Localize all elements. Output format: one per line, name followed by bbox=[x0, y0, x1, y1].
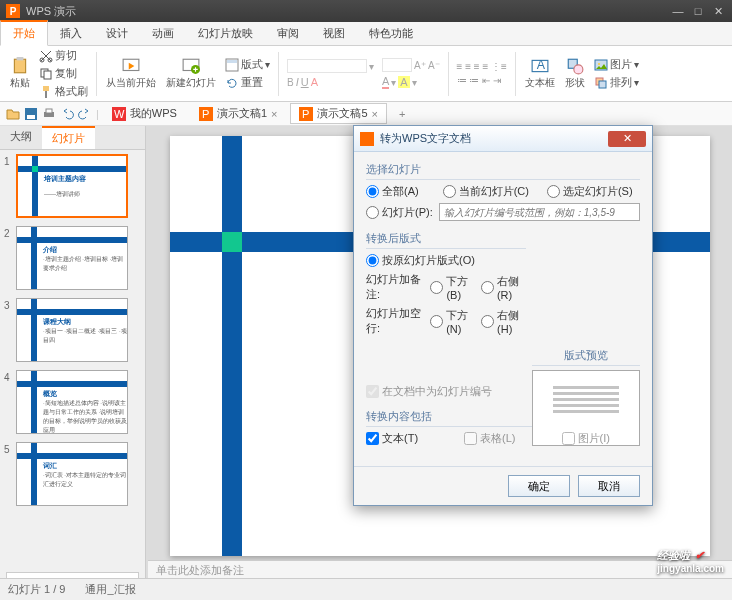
tab-insert[interactable]: 插入 bbox=[48, 22, 94, 45]
check-image[interactable]: 图片(I) bbox=[562, 431, 610, 446]
radio-orig-layout[interactable]: 按原幻灯片版式(O) bbox=[366, 253, 475, 268]
open-icon[interactable] bbox=[6, 107, 20, 121]
svg-rect-12 bbox=[227, 60, 237, 63]
dialog-titlebar: 转为WPS文字文档 ✕ bbox=[354, 126, 652, 152]
radio-blank-below[interactable]: 下方(N) bbox=[430, 308, 475, 335]
thumbnails: 1 培训主题内容——培训讲师 2 介绍·培训主题介绍 ·培训目标 ·培训要求介绍… bbox=[0, 150, 145, 566]
paste-button[interactable]: 粘贴 bbox=[6, 55, 34, 92]
print-icon[interactable] bbox=[42, 107, 56, 121]
radio-blank-right[interactable]: 右侧(H) bbox=[481, 308, 526, 335]
slide-title: 概览 bbox=[43, 389, 57, 399]
label-blank: 幻灯片加空行: bbox=[366, 306, 424, 336]
layout-icon bbox=[225, 58, 239, 72]
range-input[interactable] bbox=[439, 203, 640, 221]
close-tab-icon[interactable]: × bbox=[372, 108, 378, 120]
cut-label: 剪切 bbox=[55, 48, 77, 63]
radio-current[interactable]: 当前幻灯片(C) bbox=[443, 184, 529, 199]
radio-notes-below[interactable]: 下方(B) bbox=[430, 274, 475, 301]
cut-button[interactable]: 剪切 bbox=[36, 47, 91, 64]
slide-sub: ·词汇表 ·对本主题特定的专业词汇进行定义 bbox=[43, 471, 127, 489]
tab-slideshow[interactable]: 幻灯片放映 bbox=[186, 22, 265, 45]
check-numbering: 在文档中为幻灯片编号 bbox=[366, 384, 492, 399]
close-icon[interactable]: ✕ bbox=[710, 4, 726, 18]
reset-icon bbox=[225, 76, 239, 90]
radio-all[interactable]: 全部(A) bbox=[366, 184, 419, 199]
thumbnail-5[interactable]: 5 词汇·词汇表 ·对本主题特定的专业词汇进行定义 bbox=[4, 442, 141, 506]
arrange-icon bbox=[594, 76, 608, 90]
minimize-icon[interactable]: — bbox=[670, 4, 686, 18]
svg-rect-0 bbox=[14, 59, 25, 73]
font-family-select[interactable]: ▾ bbox=[284, 58, 377, 74]
from-current-button[interactable]: 从当前开始 bbox=[102, 55, 160, 92]
radio-range[interactable]: 幻灯片(P): bbox=[366, 205, 433, 220]
textbox-button[interactable]: A 文本框 bbox=[521, 55, 559, 92]
ppt-icon: P bbox=[299, 107, 313, 121]
add-doc-icon[interactable]: + bbox=[391, 108, 413, 120]
svg-rect-22 bbox=[27, 115, 35, 119]
svg-rect-5 bbox=[44, 71, 51, 79]
play-icon bbox=[122, 57, 140, 75]
svg-rect-6 bbox=[43, 86, 49, 91]
check-text[interactable]: 文本(T) bbox=[366, 431, 418, 446]
arrange-button[interactable]: 排列 ▾ bbox=[591, 74, 642, 91]
reset-button[interactable]: 重置 bbox=[222, 74, 273, 91]
svg-point-18 bbox=[598, 63, 600, 65]
doc-tab-label: 演示文稿5 bbox=[317, 106, 367, 121]
thumbnail-4[interactable]: 4 概览·简短地描述总体内容 ·说明该主题与日常工作的关系 ·说明培训的目标，举… bbox=[4, 370, 141, 434]
tab-animation[interactable]: 动画 bbox=[140, 22, 186, 45]
slide-title: 课程大纲 bbox=[43, 317, 71, 327]
ok-button[interactable]: 确定 bbox=[508, 475, 570, 497]
status-slide: 幻灯片 1 / 9 bbox=[8, 582, 65, 597]
radio-selected[interactable]: 选定幻灯片(S) bbox=[547, 184, 633, 199]
tab-slides[interactable]: 幻灯片 bbox=[42, 126, 95, 149]
svg-text:W: W bbox=[114, 108, 125, 120]
tab-outline[interactable]: 大纲 bbox=[0, 126, 42, 149]
clipboard-icon bbox=[11, 57, 29, 75]
doc-tab-pres5[interactable]: P 演示文稿5 × bbox=[290, 103, 387, 124]
picture-label: 图片 bbox=[610, 57, 632, 72]
save-icon[interactable] bbox=[24, 107, 38, 121]
quick-access-bar: | W 我的WPS P 演示文稿1 × P 演示文稿5 × + bbox=[0, 102, 732, 126]
textbox-label: 文本框 bbox=[525, 76, 555, 90]
copy-label: 复制 bbox=[55, 66, 77, 81]
scissors-icon bbox=[39, 49, 53, 63]
svg-text:P: P bbox=[302, 108, 309, 120]
new-slide-label: 新建幻灯片 bbox=[166, 76, 216, 90]
layout-button[interactable]: 版式 ▾ bbox=[222, 56, 273, 73]
shape-label: 形状 bbox=[565, 76, 585, 90]
new-slide-icon bbox=[182, 57, 200, 75]
font-controls[interactable]: B I U A bbox=[284, 75, 377, 89]
radio-notes-right[interactable]: 右侧(R) bbox=[481, 274, 526, 301]
cancel-button[interactable]: 取消 bbox=[578, 475, 640, 497]
font-color[interactable]: A ▾ A ▾ bbox=[379, 74, 443, 90]
close-tab-icon[interactable]: × bbox=[271, 108, 277, 120]
align-buttons[interactable]: ≡ ≡ ≡ ≡ ⋮≡ bbox=[454, 60, 510, 73]
redo-icon[interactable] bbox=[78, 107, 92, 121]
shape-button[interactable]: 形状 bbox=[561, 55, 589, 92]
copy-button[interactable]: 复制 bbox=[36, 65, 91, 82]
slide-sub: ·培训主题介绍 ·培训目标 ·培训要求介绍 bbox=[43, 255, 127, 273]
new-slide-button[interactable]: 新建幻灯片 bbox=[162, 55, 220, 92]
font-size-select[interactable]: A⁺ A⁻ bbox=[379, 57, 443, 73]
dialog-close-button[interactable]: ✕ bbox=[608, 131, 646, 147]
doc-tab-label: 我的WPS bbox=[130, 106, 177, 121]
tab-view[interactable]: 视图 bbox=[311, 22, 357, 45]
tab-start[interactable]: 开始 bbox=[0, 20, 48, 46]
doc-tab-mywps[interactable]: W 我的WPS bbox=[103, 103, 186, 124]
list-buttons[interactable]: ≔ ≔ ⇤ ⇥ bbox=[454, 74, 510, 87]
undo-icon[interactable] bbox=[60, 107, 74, 121]
check-table[interactable]: 表格(L) bbox=[464, 431, 515, 446]
picture-button[interactable]: 图片 ▾ bbox=[591, 56, 642, 73]
app-logo-icon: P bbox=[6, 4, 20, 18]
notes-area[interactable]: 单击此处添加备注 bbox=[148, 560, 732, 578]
thumbnail-1[interactable]: 1 培训主题内容——培训讲师 bbox=[4, 154, 141, 218]
thumbnail-2[interactable]: 2 介绍·培训主题介绍 ·培训目标 ·培训要求介绍 bbox=[4, 226, 141, 290]
tab-special[interactable]: 特色功能 bbox=[357, 22, 425, 45]
tab-design[interactable]: 设计 bbox=[94, 22, 140, 45]
formatpainter-button[interactable]: 格式刷 bbox=[36, 83, 91, 100]
doc-tab-pres1[interactable]: P 演示文稿1 × bbox=[190, 103, 287, 124]
tab-review[interactable]: 审阅 bbox=[265, 22, 311, 45]
thumbnail-3[interactable]: 3 课程大纲·项目一 ·项目二概述 ·项目三 ·项目四 bbox=[4, 298, 141, 362]
maximize-icon[interactable]: □ bbox=[690, 4, 706, 18]
shape-icon bbox=[566, 57, 584, 75]
